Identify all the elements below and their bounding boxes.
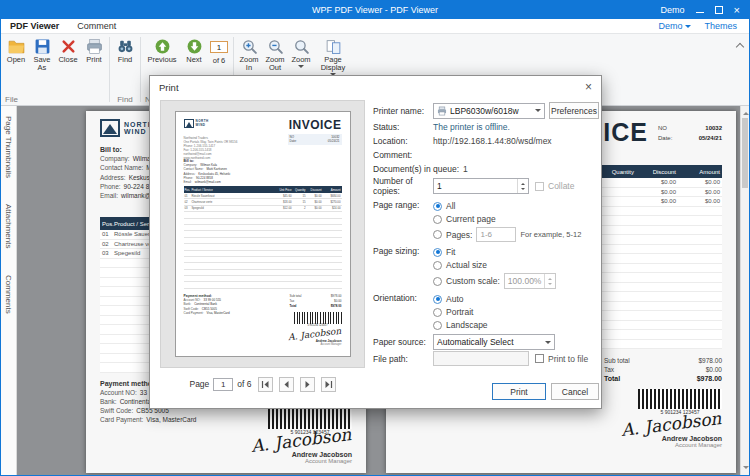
queue-label: Document(s) in queue: xyxy=(373,164,459,174)
demo-menu-link[interactable]: Demo xyxy=(658,21,691,31)
invoice-table: Pos.Product / ServiceUnit PriceQuantityD… xyxy=(184,186,342,289)
orientation-landscape-label: Landscape xyxy=(446,320,488,330)
zoom-in-icon xyxy=(241,38,258,55)
zoom-out-icon xyxy=(267,38,284,55)
window-title: WPF PDF Viewer - PDF Viewer xyxy=(1,5,749,15)
next-page-icon xyxy=(303,380,312,389)
chevron-down-icon xyxy=(541,335,554,349)
chevron-down-icon xyxy=(521,188,525,192)
comment-label: Comment: xyxy=(373,150,433,160)
printer-icon xyxy=(437,106,447,116)
orientation-portrait-radio[interactable] xyxy=(433,308,442,317)
scrollbar-thumb[interactable] xyxy=(742,118,748,188)
group-label-find: Find xyxy=(110,95,140,104)
mountain-logo-icon xyxy=(100,119,120,137)
tab-pdf-viewer[interactable]: PDF Viewer xyxy=(1,19,68,33)
stepper-arrows[interactable] xyxy=(517,179,528,193)
last-page-button[interactable] xyxy=(321,377,336,392)
range-current-radio[interactable] xyxy=(433,215,442,224)
orientation-auto-label: Auto xyxy=(446,294,464,304)
preferences-button[interactable]: Preferences xyxy=(549,102,599,119)
navigation-pane-tab[interactable]: Page Thumbnails xyxy=(4,116,13,178)
range-pages-radio[interactable] xyxy=(433,230,442,239)
sizing-custom-radio[interactable] xyxy=(433,277,442,286)
magnifier-icon xyxy=(293,38,310,55)
chevron-down-icon xyxy=(548,283,552,287)
chevron-down-icon xyxy=(298,65,304,71)
maximize-icon[interactable] xyxy=(715,6,723,14)
folder-open-icon xyxy=(8,38,25,55)
minimize-icon[interactable] xyxy=(696,12,704,14)
range-current-label: Current page xyxy=(446,214,496,224)
page-count-label: of 6 xyxy=(213,56,226,65)
pages-range-input[interactable]: 1-6 xyxy=(476,227,516,242)
range-all-radio[interactable] xyxy=(433,202,442,211)
print-to-file-label: Print to file xyxy=(548,354,588,364)
titlebar-demo-button[interactable]: Demo xyxy=(661,5,685,15)
dialog-close-icon[interactable]: × xyxy=(585,81,592,93)
orientation-landscape-radio[interactable] xyxy=(433,321,442,330)
page-label: Page xyxy=(189,379,209,389)
arrow-down-circle-icon xyxy=(186,38,203,55)
dialog-titlebar: Print × xyxy=(150,76,601,98)
scroll-down-icon[interactable] xyxy=(743,466,749,472)
sizing-fit-radio[interactable] xyxy=(433,248,442,257)
collate-label: Collate xyxy=(548,181,574,191)
orientation-label: Orientation: xyxy=(373,293,433,303)
totals-block: Sub total$978.00Tax$0.00Total$978.00 xyxy=(604,357,722,384)
last-page-icon xyxy=(324,380,333,389)
chevron-down-icon xyxy=(685,25,691,31)
vertical-scrollbar[interactable] xyxy=(740,106,749,475)
print-to-file-checkbox[interactable] xyxy=(535,354,544,363)
navigation-pane-tabs: Page ThumbnailsAttachmentsComments xyxy=(1,106,17,475)
close-document-button[interactable]: Close xyxy=(55,37,81,93)
page-range-label: Page range: xyxy=(373,200,433,210)
page-sizing-label: Page sizing: xyxy=(373,246,433,256)
scroll-up-icon[interactable] xyxy=(743,109,749,115)
paper-source-select[interactable]: Automatically Select xyxy=(433,334,555,350)
status-label: Status: xyxy=(373,122,433,132)
sizing-fit-label: Fit xyxy=(446,247,455,257)
dialog-title: Print xyxy=(159,82,179,93)
sizing-actual-radio[interactable] xyxy=(433,261,442,270)
print-button[interactable]: Print xyxy=(81,37,107,93)
copies-stepper[interactable]: 1 xyxy=(433,178,529,194)
mountain-logo-icon xyxy=(184,119,194,128)
file-path-input[interactable] xyxy=(433,351,529,366)
orientation-portrait-label: Portrait xyxy=(446,307,473,317)
previous-page-button[interactable] xyxy=(279,377,294,392)
page-display-icon xyxy=(325,38,342,55)
collapse-ribbon-icon[interactable] xyxy=(736,43,744,51)
next-page-button[interactable] xyxy=(300,377,315,392)
collate-checkbox[interactable] xyxy=(535,182,544,191)
ribbon-group-find: Find Find xyxy=(110,34,140,105)
group-label-file: File xyxy=(5,95,109,104)
sizing-actual-label: Actual size xyxy=(446,260,487,270)
themes-link[interactable]: Themes xyxy=(704,21,737,31)
print-dialog: Print × NORTHWIND Northwind TradersOne P… xyxy=(149,75,602,409)
navigation-pane-tab[interactable]: Comments xyxy=(4,275,13,314)
navigation-pane-tab[interactable]: Attachments xyxy=(4,204,13,248)
chevron-down-icon xyxy=(531,104,544,118)
sizing-custom-label: Custom scale: xyxy=(446,276,500,286)
printer-name-label: Printer name: xyxy=(373,106,433,116)
save-as-button[interactable]: Save As xyxy=(29,37,55,93)
page-number-input[interactable]: 1 xyxy=(210,41,228,53)
close-icon xyxy=(60,38,77,55)
preview-page-input[interactable]: 1 xyxy=(213,378,233,391)
printer-select[interactable]: LBP6030w/6018w xyxy=(433,103,545,119)
range-all-label: All xyxy=(446,201,455,211)
orientation-auto-radio[interactable] xyxy=(433,295,442,304)
page-count-label: of 6 xyxy=(237,379,251,389)
close-window-icon[interactable]: × xyxy=(734,5,740,15)
tab-comment[interactable]: Comment xyxy=(68,19,125,33)
open-button[interactable]: Open xyxy=(3,37,29,93)
custom-scale-stepper[interactable]: 100.00% xyxy=(504,273,556,289)
signature-block: A. Jacobson Andrew Jacobson Account Mana… xyxy=(251,431,352,464)
signature-block: A. Jacobson Andrew Jacobson Account Mana… xyxy=(621,415,722,448)
paper-source-label: Paper source: xyxy=(373,337,433,347)
print-confirm-button[interactable]: Print xyxy=(492,383,546,400)
first-page-button[interactable] xyxy=(258,377,273,392)
cancel-button[interactable]: Cancel xyxy=(551,383,599,400)
find-button[interactable]: Find xyxy=(112,37,138,93)
